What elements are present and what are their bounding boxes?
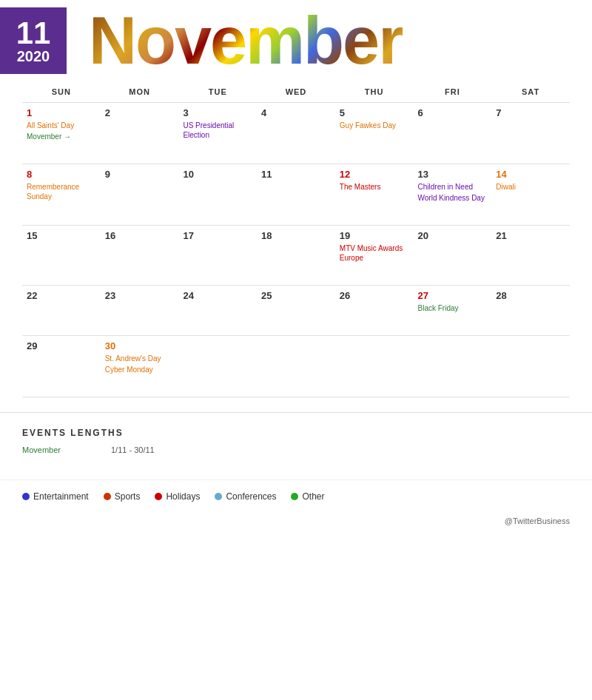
day-number: 13 <box>418 169 488 180</box>
day-number: 17 <box>183 230 252 241</box>
calendar-cell-4-0: 29 <box>22 336 101 397</box>
calendar-cell-2-3: 18 <box>257 226 335 286</box>
weekday-header-wed: WED <box>257 81 335 103</box>
footer: @TwitterBusiness <box>0 513 592 533</box>
day-number: 24 <box>183 290 252 301</box>
calendar-cell-2-4: 19MTV Music Awards Europe <box>335 226 414 286</box>
calendar-cell-3-1: 23 <box>101 286 179 336</box>
calendar-cell-4-4 <box>335 336 414 397</box>
event-label: Movember → <box>27 132 96 141</box>
year: 2020 <box>17 49 50 64</box>
weekday-header-sun: SUN <box>22 81 101 103</box>
legend-item-entertainment: Entertainment <box>22 491 89 502</box>
calendar-cell-2-0: 15 <box>22 226 101 286</box>
event-label: US Presidential Election <box>183 121 252 140</box>
legend-dot <box>215 493 222 500</box>
event-dates: 1/11 - 30/11 <box>111 445 155 454</box>
calendar-cell-1-5: 13Children in NeedWorld Kindness Day <box>414 164 492 226</box>
legend-item-holidays: Holidays <box>155 491 200 502</box>
calendar-cell-1-6: 14Diwali <box>491 164 570 226</box>
header: 11 2020 November <box>0 0 592 81</box>
calendar-cell-0-0: 1All Saints' DayMovember → <box>22 103 101 164</box>
legend-dot <box>155 493 162 500</box>
legend-label: Conferences <box>226 491 276 502</box>
calendar-cell-2-6: 21 <box>491 226 570 286</box>
event-label: Black Friday <box>418 303 488 313</box>
calendar-cell-2-2: 17 <box>178 226 257 286</box>
event-label: Cyber Monday <box>105 365 175 374</box>
calendar-cell-4-6 <box>491 336 570 397</box>
day-number: 19 <box>340 230 409 241</box>
calendar-cell-2-1: 16 <box>101 226 179 286</box>
day-number: 3 <box>183 107 252 118</box>
twitter-handle: @TwitterBusiness <box>505 516 570 525</box>
day-number: 7 <box>496 107 565 118</box>
day-number: 22 <box>27 290 96 301</box>
calendar-cell-1-2: 10 <box>178 164 257 226</box>
weekday-header-tue: TUE <box>178 81 257 103</box>
calendar-cell-3-5: 27Black Friday <box>414 286 492 336</box>
month-badge: 11 2020 <box>0 7 67 74</box>
legend-item-sports: Sports <box>104 491 141 502</box>
day-number: 4 <box>261 107 331 118</box>
calendar-cell-3-3: 25 <box>257 286 335 336</box>
day-number: 14 <box>496 169 565 180</box>
calendar-cell-0-1: 2 <box>101 103 179 164</box>
day-number: 30 <box>105 340 175 351</box>
day-number: 12 <box>340 169 409 180</box>
events-lengths-row: Movember1/11 - 30/11 <box>22 445 570 454</box>
day-number: 23 <box>105 290 175 301</box>
event-name: Movember <box>22 445 111 454</box>
weekday-header-thu: THU <box>335 81 414 103</box>
event-label: All Saints' Day <box>27 121 96 130</box>
day-number: 6 <box>418 107 488 118</box>
day-number: 18 <box>261 230 331 241</box>
calendar-cell-0-2: 3US Presidential Election <box>178 103 257 164</box>
event-label: Rememberance Sunday <box>27 182 96 201</box>
day-number: 8 <box>27 169 96 180</box>
month-title: November <box>89 7 403 74</box>
calendar-cell-4-2 <box>178 336 257 397</box>
event-label: Diwali <box>496 182 565 192</box>
legend-item-other: Other <box>291 491 324 502</box>
legend-label: Other <box>302 491 324 502</box>
day-number: 21 <box>496 230 565 241</box>
day-number: 11 <box>261 169 331 180</box>
legend: EntertainmentSportsHolidaysConferencesOt… <box>0 479 592 513</box>
event-label: MTV Music Awards Europe <box>340 243 409 263</box>
day-number: 25 <box>261 290 331 301</box>
legend-dot <box>104 493 111 500</box>
calendar-cell-0-3: 4 <box>257 103 335 164</box>
day-number: 5 <box>340 107 409 118</box>
day-number: 29 <box>27 340 96 351</box>
calendar-cell-4-5 <box>414 336 492 397</box>
weekday-header-fri: FRI <box>414 81 492 103</box>
legend-label: Holidays <box>166 491 200 502</box>
calendar-cell-0-4: 5Guy Fawkes Day <box>335 103 414 164</box>
weekday-header-mon: MON <box>101 81 179 103</box>
legend-label: Sports <box>115 491 141 502</box>
events-lengths-title: EVENTS LENGTHS <box>22 428 570 438</box>
day-number: 9 <box>105 169 175 180</box>
legend-dot <box>291 493 298 500</box>
legend-label: Entertainment <box>33 491 89 502</box>
calendar-cell-1-4: 12The Masters <box>335 164 414 226</box>
legend-dot <box>22 493 30 500</box>
day-number: 28 <box>496 290 565 301</box>
day-number: 10 <box>183 169 252 180</box>
event-label: The Masters <box>340 182 409 192</box>
day-number: 15 <box>27 230 96 241</box>
day-number: 26 <box>340 290 409 301</box>
calendar-cell-0-6: 7 <box>491 103 570 164</box>
day-number: 20 <box>418 230 488 241</box>
event-label: St. Andrew's Day <box>105 354 175 363</box>
calendar-grid: SUNMONTUEWEDTHUFRISAT 1All Saints' DayMo… <box>22 81 570 397</box>
event-label: World Kindness Day <box>418 193 488 203</box>
calendar: SUNMONTUEWEDTHUFRISAT 1All Saints' DayMo… <box>0 81 592 397</box>
day-number: 2 <box>105 107 175 118</box>
calendar-cell-3-6: 28 <box>491 286 570 336</box>
calendar-cell-3-2: 24 <box>178 286 257 336</box>
calendar-cell-3-4: 26 <box>335 286 414 336</box>
calendar-cell-2-5: 20 <box>414 226 492 286</box>
calendar-cell-4-1: 30St. Andrew's DayCyber Monday <box>101 336 179 397</box>
